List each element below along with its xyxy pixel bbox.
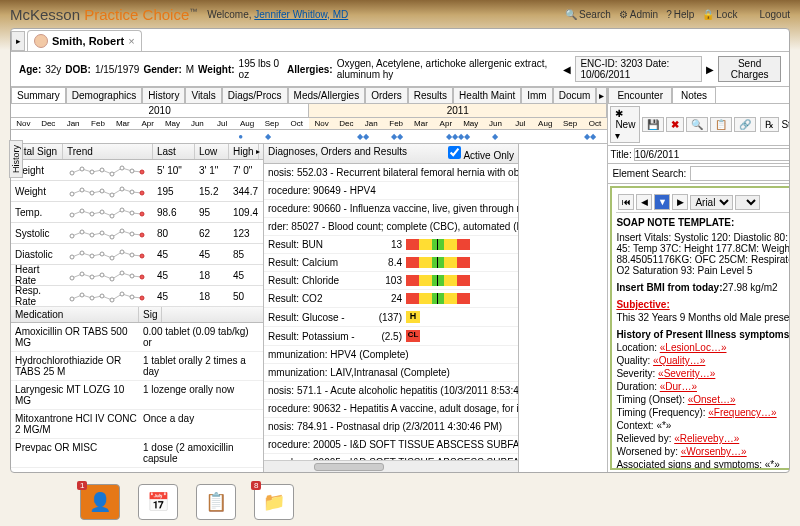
dock-calendar[interactable]: 📅 bbox=[138, 484, 178, 520]
tab-encounter[interactable]: Encounter bbox=[608, 87, 672, 103]
subtab-summary[interactable]: Summary bbox=[11, 87, 66, 103]
svg-point-49 bbox=[80, 293, 84, 297]
rx-icon[interactable]: ℞ bbox=[760, 117, 779, 132]
svg-point-30 bbox=[130, 232, 134, 236]
svg-point-55 bbox=[140, 296, 144, 300]
diag-item[interactable]: rocedure: 90649 - HPV4 bbox=[264, 182, 518, 200]
subtab-demographics[interactable]: Demographics bbox=[66, 87, 142, 103]
encounter-info: ENC-ID: 3203 Date: 10/06/2011 bbox=[575, 56, 702, 82]
admin-tool[interactable]: ⚙ Admin bbox=[619, 9, 658, 20]
svg-point-39 bbox=[140, 254, 144, 258]
tab-prev[interactable]: ▸ bbox=[11, 31, 25, 51]
dock-patient[interactable]: 1👤 bbox=[80, 484, 120, 520]
nav-prev-icon[interactable]: ◀ bbox=[636, 194, 652, 210]
element-search-input[interactable] bbox=[690, 166, 789, 181]
history-side-tab[interactable]: History bbox=[9, 140, 23, 178]
main-panel: ▸ Smith, Robert × Age: 32y DOB: 1/15/197… bbox=[10, 28, 790, 473]
nav-down-icon[interactable]: ▼ bbox=[654, 194, 670, 210]
result-item[interactable]: Result: Calcium8.4 bbox=[264, 254, 518, 272]
subtab-docum[interactable]: Docum bbox=[553, 87, 597, 103]
subtab-orders[interactable]: Orders bbox=[365, 87, 408, 103]
svg-point-2 bbox=[90, 170, 94, 174]
search-note-icon[interactable]: 🔍 bbox=[686, 117, 708, 132]
nav-next-icon[interactable]: ▶ bbox=[672, 194, 688, 210]
nav-fwd-icon[interactable]: ▶ bbox=[706, 64, 714, 75]
diag-item[interactable]: mmunization: LAIV,Intranasal (Complete) bbox=[264, 364, 518, 382]
result-item[interactable]: Result: Potassium -(2.5) CL bbox=[264, 327, 518, 346]
result-item[interactable]: Result: CO224 bbox=[264, 290, 518, 308]
nav-back-icon[interactable]: ◀ bbox=[563, 64, 571, 75]
subtab-medsallergies[interactable]: Meds/Allergies bbox=[288, 87, 366, 103]
svg-point-24 bbox=[70, 234, 74, 238]
template-icon[interactable]: 📋 bbox=[710, 117, 732, 132]
svg-point-37 bbox=[120, 250, 124, 254]
logo: McKesson Practice Choice™ bbox=[10, 6, 197, 23]
svg-point-36 bbox=[110, 256, 114, 260]
subtab-vitals[interactable]: Vitals bbox=[185, 87, 221, 103]
diag-item[interactable]: nosis: 571.1 - Acute alcoholic hepatitis… bbox=[264, 382, 518, 400]
diag-item[interactable]: rocedure: 20005 - I&D SOFT TISSUE ABSCES… bbox=[264, 436, 518, 454]
nav-first-icon[interactable]: ⏮ bbox=[618, 194, 634, 210]
med-row: Hydrochlorothiazide OR TABS 25 M1 tablet… bbox=[11, 352, 263, 381]
svg-point-43 bbox=[100, 273, 104, 277]
svg-point-4 bbox=[110, 172, 114, 176]
svg-point-45 bbox=[120, 271, 124, 275]
svg-point-51 bbox=[100, 294, 104, 298]
diag-item[interactable]: rocedure: 90632 - Hepatitis A vaccine, a… bbox=[264, 400, 518, 418]
lock-tool[interactable]: 🔒 Lock bbox=[702, 9, 737, 20]
help-tool[interactable]: ? Help bbox=[666, 9, 694, 20]
svg-point-7 bbox=[140, 170, 144, 174]
subtab-results[interactable]: Results bbox=[408, 87, 453, 103]
svg-point-50 bbox=[90, 296, 94, 300]
diag-item[interactable]: rder: 85027 - Blood count; complete (CBC… bbox=[264, 218, 518, 236]
svg-point-11 bbox=[100, 189, 104, 193]
patient-tab[interactable]: Smith, Robert × bbox=[27, 30, 142, 51]
close-icon[interactable]: × bbox=[128, 35, 134, 47]
active-only-checkbox[interactable]: Active Only bbox=[448, 146, 514, 161]
svg-point-28 bbox=[110, 235, 114, 239]
svg-point-29 bbox=[120, 229, 124, 233]
user-link[interactable]: Jennifer Whitlow, MD bbox=[254, 9, 348, 20]
subtab-imm[interactable]: Imm bbox=[521, 87, 552, 103]
logout-tool[interactable]: Logout bbox=[759, 9, 790, 20]
svg-point-32 bbox=[70, 255, 74, 259]
diag-item[interactable]: mmunization: HPV4 (Complete) bbox=[264, 346, 518, 364]
send-charges-button[interactable]: Send Charges bbox=[718, 56, 781, 82]
tab-notes[interactable]: Notes bbox=[672, 87, 716, 103]
subtab-history[interactable]: History bbox=[142, 87, 185, 103]
med-row: Mitoxantrone HCl IV CONC 2 MG/MOnce a da… bbox=[11, 410, 263, 439]
subtab-diagsprocs[interactable]: Diags/Procs bbox=[222, 87, 288, 103]
font-select[interactable]: Arial bbox=[690, 195, 733, 210]
diag-item[interactable]: nosis: 784.91 - Postnasal drip (2/3/2011… bbox=[264, 418, 518, 436]
svg-point-12 bbox=[110, 193, 114, 197]
svg-point-9 bbox=[80, 188, 84, 192]
link-icon[interactable]: 🔗 bbox=[734, 117, 756, 132]
med-row: Laryngesic MT LOZG 10 MG1 lozenge orally… bbox=[11, 381, 263, 410]
search-tool[interactable]: 🔍 Search bbox=[565, 9, 611, 20]
app-header: McKesson Practice Choice™ Welcome, Jenni… bbox=[0, 0, 800, 28]
dock-clipboard[interactable]: 📋 bbox=[196, 484, 236, 520]
subtab-healthmaint[interactable]: Health Maint bbox=[453, 87, 521, 103]
svg-point-19 bbox=[100, 210, 104, 214]
year-2011: 2011 bbox=[309, 104, 607, 117]
svg-point-14 bbox=[130, 190, 134, 194]
svg-point-10 bbox=[90, 191, 94, 195]
svg-point-16 bbox=[70, 213, 74, 217]
delete-icon[interactable]: ✖ bbox=[666, 117, 684, 132]
note-title-input[interactable] bbox=[634, 148, 789, 161]
vital-row: Systolic8062123 bbox=[11, 223, 263, 244]
size-select[interactable] bbox=[735, 195, 760, 210]
svg-point-17 bbox=[80, 209, 84, 213]
subtab-more[interactable]: ▸ bbox=[596, 87, 607, 103]
result-item[interactable]: Result: BUN13 bbox=[264, 236, 518, 254]
note-editor[interactable]: ⏮ ◀ ▼ ▶ Arial ▾ SOAP NOTE TEMPLATE: Inse… bbox=[610, 186, 789, 470]
diag-item[interactable]: nosis: 552.03 - Recurrent bilateral femo… bbox=[264, 164, 518, 182]
result-item[interactable]: Result: Chloride103 bbox=[264, 272, 518, 290]
dock-inbox[interactable]: 8📁 bbox=[254, 484, 294, 520]
new-note-button[interactable]: ✱ New ▾ bbox=[610, 106, 640, 143]
save-icon[interactable]: 💾 bbox=[642, 117, 664, 132]
result-item[interactable]: Result: Glucose -(137) H bbox=[264, 308, 518, 327]
horiz-scrollbar[interactable] bbox=[264, 460, 518, 472]
diag-item[interactable]: rocedure: 90660 - Influenza vaccine, liv… bbox=[264, 200, 518, 218]
med-row: Prevpac OR MISC1 dose (2 amoxicillin cap… bbox=[11, 439, 263, 468]
